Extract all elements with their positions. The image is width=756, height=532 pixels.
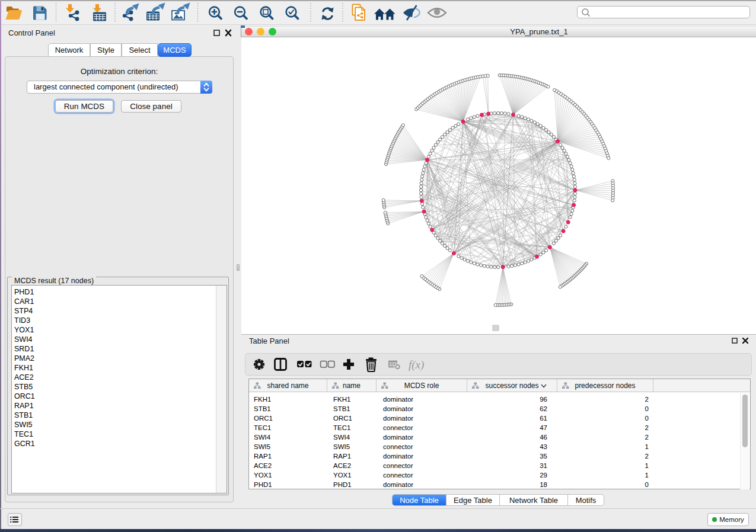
svg-text:f(x): f(x) <box>409 358 424 371</box>
